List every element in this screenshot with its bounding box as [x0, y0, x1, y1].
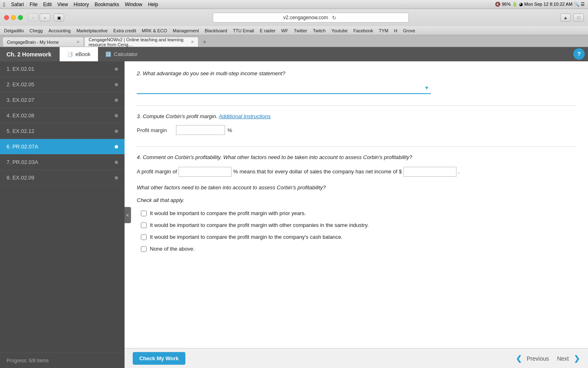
checkbox-cash-balance[interactable]	[141, 234, 147, 240]
checkbox-list: It would be important to compare the pro…	[141, 210, 576, 252]
bookmark-chegg[interactable]: Chegg	[29, 28, 42, 33]
sidebar-collapse-button[interactable]: <	[125, 207, 131, 223]
checkbox-item-none[interactable]: None of the above.	[141, 246, 576, 252]
question-2-dropdown-wrapper: ▼	[137, 83, 576, 94]
bookmark-blackboard[interactable]: Blackboard	[205, 28, 227, 33]
fill-period: .	[458, 166, 460, 177]
question-4-text: 4. Comment on Corbin's profitability. Wh…	[137, 153, 576, 162]
sidebar-item-ex0205[interactable]: 2. EX.02.05	[0, 77, 125, 92]
bookmark-twitch[interactable]: Twitch	[313, 28, 325, 33]
bookmark-facebook[interactable]: Facebook	[353, 28, 373, 33]
profit-margin-fill-input[interactable]	[178, 167, 232, 177]
menu-safari[interactable]: Safari	[11, 2, 24, 7]
new-tab-plus-button[interactable]: +	[200, 38, 209, 47]
chevron-down-icon: ▼	[424, 85, 429, 91]
check-all-text: Check all that apply.	[137, 196, 576, 204]
sidebar-label: 8. EX.02.09	[7, 175, 34, 181]
minimize-window-button[interactable]	[11, 15, 16, 20]
browser-back-button[interactable]: ‹	[28, 13, 38, 22]
bookmark-tym[interactable]: TYM	[379, 28, 388, 33]
share-button[interactable]: ▲	[560, 13, 571, 22]
menu-bookmarks[interactable]: Bookmarks	[95, 2, 119, 7]
bookmark-marketplacelive[interactable]: Marketplacelive	[76, 28, 107, 33]
fill-prefix: A profit margin of	[137, 166, 177, 177]
checkbox-item-same-industry[interactable]: It would be important to compare the pro…	[141, 222, 576, 228]
sidebar-item-ex0212[interactable]: 5. EX.02.12	[0, 123, 125, 139]
tab-cengagenow[interactable]: CengageNOWv2 | Online teaching and learn…	[84, 37, 198, 47]
sidebar-item-pr0207a[interactable]: 6. PR.02.07A	[0, 139, 125, 155]
browser-forward-button[interactable]: ›	[40, 13, 50, 22]
menu-history[interactable]: History	[74, 2, 89, 7]
address-bar[interactable]: v2.cengagenow.com ↻	[213, 13, 409, 22]
profit-margin-input[interactable]	[176, 125, 225, 135]
sidebar-item-ex0208[interactable]: 4. EX.02.08	[0, 108, 125, 123]
bookmark-youtube[interactable]: Youtube	[331, 28, 347, 33]
tab-label: CengageNOWv2 | Online teaching and learn…	[89, 37, 188, 47]
question-3-block: 3. Compute Corbin's profit margin. Addit…	[137, 112, 576, 135]
tab-cengage-brain[interactable]: CengageBrain - My Home ✕	[2, 37, 84, 47]
question-2-dropdown[interactable]: ▼	[137, 83, 431, 94]
bookmark-wf[interactable]: WF	[281, 28, 288, 33]
bookmark-extra-credit[interactable]: Extra credit	[114, 28, 136, 33]
menu-file[interactable]: File	[29, 2, 37, 7]
menu-edit[interactable]: Edit	[43, 2, 52, 7]
next-button[interactable]: Next	[554, 353, 572, 364]
refresh-button[interactable]: ↻	[330, 14, 338, 21]
sidebar-status-dot	[115, 114, 118, 117]
sidebar-label: 3. EX.02.07	[7, 97, 34, 103]
content-scroll: 2. What advantage do you see in multi-st…	[125, 61, 588, 348]
sidebar-status-dot	[115, 161, 118, 164]
bookmark-eraider[interactable]: E raider	[260, 28, 276, 33]
menu-view[interactable]: View	[58, 2, 68, 7]
sidebar-status-dot	[115, 83, 118, 86]
checkbox-prior-years[interactable]	[141, 211, 147, 216]
bookmark-management[interactable]: Management	[173, 28, 199, 33]
sidebar-toggle-button[interactable]: ▣	[53, 13, 64, 22]
fill-middle: % means that for every dollar of sales t…	[233, 166, 402, 177]
new-tab-button[interactable]: □	[573, 13, 584, 22]
divider-3-4	[137, 146, 576, 147]
apple-menu[interactable]: 	[3, 1, 5, 8]
tab-close-icon[interactable]: ✕	[76, 40, 80, 44]
menu-window[interactable]: Window	[125, 2, 143, 7]
browser-tabs: CengageBrain - My Home ✕ CengageNOWv2 | …	[0, 35, 588, 47]
checkbox-item-cash-balance[interactable]: It would be important to compare the pro…	[141, 234, 576, 240]
bookmark-delgadillo[interactable]: Delgadillo	[4, 28, 24, 33]
bookmark-twitter[interactable]: Twitter	[294, 28, 307, 33]
mac-menubar:  Safari File Edit View History Bookmark…	[0, 0, 588, 9]
divider-2-3	[137, 105, 576, 106]
checkbox-none[interactable]	[141, 246, 147, 252]
bookmark-accounting[interactable]: Accounting	[49, 28, 71, 33]
tab-label: CengageBrain - My Home	[7, 40, 59, 45]
sidebar-status-dot	[115, 67, 118, 71]
bookmark-grove[interactable]: Grove	[403, 28, 415, 33]
help-button[interactable]: ?	[573, 48, 585, 60]
sidebar-item-ex0209[interactable]: 8. EX.02.09	[0, 170, 125, 186]
checkbox-same-industry[interactable]	[141, 222, 147, 228]
bookmarks-bar: Delgadillo Chegg Accounting Marketplacel…	[0, 26, 588, 35]
check-my-work-button[interactable]: Check My Work	[133, 352, 185, 365]
close-window-button[interactable]	[4, 15, 9, 20]
bottom-nav: Check My Work ❮ Previous Next ❯	[125, 348, 588, 368]
tab-ebook[interactable]: 📑 eBook	[60, 47, 98, 61]
bookmark-ttu-email[interactable]: TTU Email	[233, 28, 254, 33]
system-status: 🔇 96% 🔋 ◕ Mon Sep 12 8:10:22 AM 🔍 ☰	[495, 2, 585, 7]
sidebar-label: 5. EX.02.12	[7, 128, 34, 134]
tab-calculator[interactable]: 🔢 Calculator	[98, 47, 145, 61]
previous-button[interactable]: Previous	[523, 353, 552, 364]
sidebar-item-pr0203a[interactable]: 7. PR.02.03A	[0, 155, 125, 170]
checkbox-item-prior-years[interactable]: It would be important to compare the pro…	[141, 210, 576, 216]
address-bar-wrapper: v2.cengagenow.com ↻	[67, 13, 554, 22]
tab-close-icon[interactable]: ✕	[191, 40, 194, 44]
sidebar-item-ex0207[interactable]: 3. EX.02.07	[0, 92, 125, 108]
browser-actions: ▲ □	[560, 13, 584, 22]
bookmark-mrk-eco[interactable]: MRK & ECO	[142, 28, 167, 33]
bookmark-h[interactable]: H	[394, 28, 397, 33]
menu-help[interactable]: Help	[148, 2, 158, 7]
sidebar-progress: Progress: 6/8 items	[0, 352, 125, 368]
maximize-window-button[interactable]	[18, 15, 23, 20]
sidebar-item-ex0201[interactable]: 1. EX.02.01	[0, 61, 125, 77]
additional-instructions-link[interactable]: Additional Instructions	[219, 113, 271, 119]
net-income-fill-input[interactable]	[403, 167, 457, 177]
sidebar-label: 4. EX.02.08	[7, 112, 34, 119]
